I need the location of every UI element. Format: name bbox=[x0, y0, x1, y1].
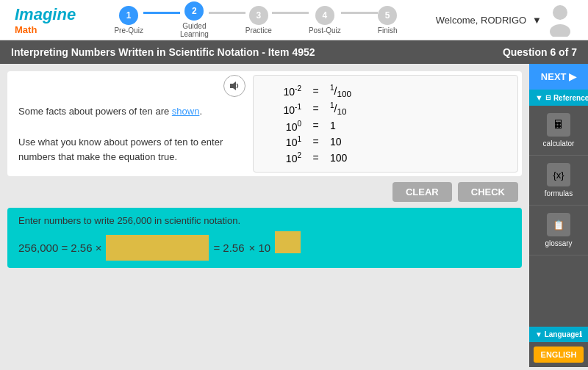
info-line1: Some facts about powers of ten are bbox=[18, 106, 172, 117]
step-label-2: GuidedLearning bbox=[180, 22, 209, 38]
step-finish[interactable]: 5 Finish bbox=[378, 6, 398, 35]
svg-marker-2 bbox=[230, 81, 236, 90]
formulas-item[interactable]: {x} formulas bbox=[529, 156, 588, 206]
exponent-input-box[interactable] bbox=[275, 231, 301, 253]
language-header[interactable]: ▼ Language ℹ bbox=[529, 327, 588, 342]
step-practice[interactable]: 3 Practice bbox=[245, 6, 272, 35]
svg-point-0 bbox=[553, 5, 567, 20]
step-circle-3: 3 bbox=[249, 6, 268, 25]
speaker-icon bbox=[229, 80, 240, 92]
dropdown-icon[interactable]: ▼ bbox=[532, 15, 542, 26]
step-circle-1: 1 bbox=[119, 6, 138, 25]
avatar bbox=[548, 4, 573, 37]
step-post-quiz[interactable]: 4 Post-Quiz bbox=[309, 6, 341, 35]
step-label-1: Pre-Quiz bbox=[114, 26, 143, 35]
step-circle-2: 2 bbox=[184, 1, 204, 21]
main-input-box[interactable] bbox=[106, 235, 209, 261]
step-label-4: Post-Quiz bbox=[309, 26, 341, 35]
page-title: Interpreting Numbers Written in Scientif… bbox=[11, 46, 315, 58]
collapse-icon: ⊟ bbox=[545, 94, 551, 101]
times-symbol: × 10 bbox=[249, 242, 271, 254]
reference-icon: ▼ bbox=[535, 93, 543, 102]
svg-point-1 bbox=[550, 24, 570, 37]
calculator-item[interactable]: 🖩 calculator bbox=[529, 106, 588, 156]
reference-label: Reference bbox=[553, 94, 588, 102]
step-label-5: Finish bbox=[378, 26, 398, 35]
step-label-3: Practice bbox=[245, 26, 272, 35]
step-guided-learning[interactable]: 2 GuidedLearning bbox=[180, 1, 209, 38]
user-greeting: Welcome, RODRIGO bbox=[436, 15, 526, 26]
title-bar: Interpreting Numbers Written in Scientif… bbox=[0, 40, 588, 64]
clear-button[interactable]: CLEAR bbox=[392, 182, 452, 202]
language-label: ▼ Language bbox=[535, 330, 579, 338]
sidebar: NEXT ▶ ▼ ⊟ Reference 🖩 calculator {x} fo… bbox=[529, 64, 588, 367]
shown-link[interactable]: shown bbox=[172, 106, 200, 117]
info-section: Some facts about powers of ten are shown… bbox=[7, 71, 522, 176]
question-count: Question 6 of 7 bbox=[503, 46, 577, 58]
power-row-neg2: 10-2 = 1/100 bbox=[268, 84, 503, 98]
formulas-icon: {x} bbox=[547, 163, 570, 186]
glossary-item[interactable]: 📋 glossary bbox=[529, 206, 588, 255]
equation-row: 256,000 = 2.56 × = 2.56 × 10 bbox=[18, 235, 511, 261]
power-row-2: 102 = 100 bbox=[268, 151, 503, 164]
powers-table: 10-2 = 1/100 10-1 = 1/10 100 = 1 101 = bbox=[253, 75, 518, 173]
calculator-icon: 🖩 bbox=[547, 113, 570, 137]
english-button[interactable]: ENGLISH bbox=[534, 347, 584, 363]
connector-4 bbox=[341, 12, 378, 14]
info-line3: Use what you know about powers of ten to… bbox=[18, 137, 223, 163]
info-icon: ℹ bbox=[579, 330, 582, 338]
glossary-icon: 📋 bbox=[547, 213, 570, 236]
audio-button[interactable] bbox=[223, 75, 245, 97]
content-area: Some facts about powers of ten are shown… bbox=[0, 64, 529, 367]
connector-2 bbox=[209, 12, 245, 14]
question-section: Enter numbers to write 256,000 in scient… bbox=[7, 208, 522, 268]
power-row-neg1: 10-1 = 1/10 bbox=[268, 101, 503, 116]
reference-header[interactable]: ▼ ⊟ Reference bbox=[529, 90, 588, 106]
check-button[interactable]: CHECK bbox=[458, 182, 518, 202]
info-text: Some facts about powers of ten are shown… bbox=[11, 97, 245, 173]
calculator-label: calculator bbox=[543, 139, 575, 148]
connector-1 bbox=[143, 12, 180, 14]
next-button[interactable]: NEXT ▶ bbox=[529, 64, 588, 90]
power-row-1: 101 = 10 bbox=[268, 135, 503, 148]
step-pre-quiz[interactable]: 1 Pre-Quiz bbox=[114, 6, 143, 35]
button-row: CLEAR CHECK bbox=[7, 182, 522, 202]
connector-3 bbox=[272, 12, 309, 14]
equation-middle: = 2.56 bbox=[213, 242, 244, 254]
formulas-label: formulas bbox=[545, 189, 573, 197]
user-info: Welcome, RODRIGO ▼ bbox=[436, 4, 573, 37]
step-circle-5: 5 bbox=[378, 6, 397, 25]
logo: Imagine Math bbox=[15, 5, 76, 35]
question-instruction: Enter numbers to write 256,000 in scient… bbox=[18, 215, 511, 226]
glossary-label: glossary bbox=[545, 239, 572, 247]
power-row-0: 100 = 1 bbox=[268, 120, 503, 133]
logo-math: Math bbox=[15, 24, 76, 35]
step-circle-4: 4 bbox=[315, 6, 334, 25]
equation-start: 256,000 = 2.56 × bbox=[18, 242, 101, 254]
logo-imagine: Imagine bbox=[15, 5, 76, 24]
progress-steps: 1 Pre-Quiz 2 GuidedLearning 3 Practice 4… bbox=[114, 1, 397, 38]
